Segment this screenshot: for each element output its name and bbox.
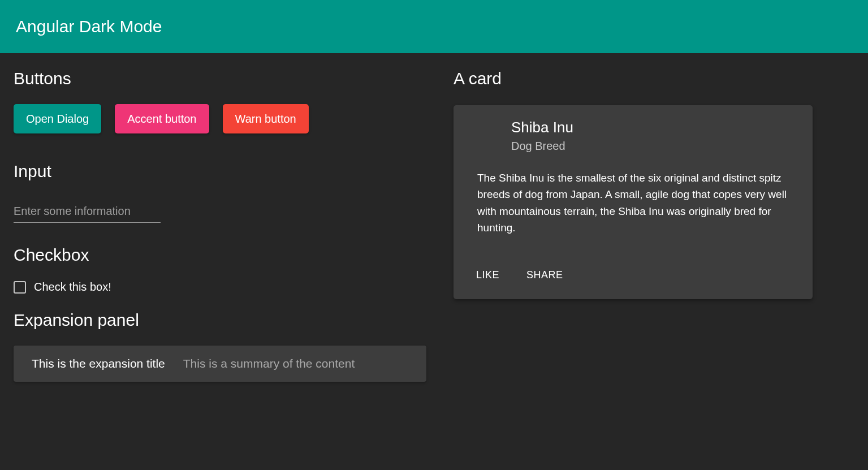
app-title: Angular Dark Mode [16, 17, 162, 36]
card-heading: A card [454, 69, 854, 88]
card-title: Shiba Inu [511, 119, 573, 136]
share-button[interactable]: SHARE [524, 265, 565, 286]
main-content: Buttons Open Dialog Accent button Warn b… [0, 53, 868, 392]
input-field-wrapper [14, 201, 161, 223]
expansion-heading: Expansion panel [14, 311, 426, 330]
right-column: A card Shiba Inu Dog Breed The Shiba Inu… [454, 63, 854, 382]
left-column: Buttons Open Dialog Accent button Warn b… [14, 63, 426, 382]
info-input[interactable] [14, 201, 161, 223]
checkbox[interactable]: Check this box! [14, 281, 426, 294]
button-row: Open Dialog Accent button Warn button [14, 104, 426, 133]
expansion-summary: This is a summary of the content [183, 357, 355, 370]
card-header-text: Shiba Inu Dog Breed [511, 119, 573, 153]
like-button[interactable]: LIKE [474, 265, 502, 286]
warn-button[interactable]: Warn button [223, 104, 309, 133]
expansion-panel[interactable]: This is the expansion title This is a su… [14, 346, 426, 382]
card-content: The Shiba Inu is the smallest of the six… [454, 164, 813, 253]
checkbox-heading: Checkbox [14, 245, 426, 265]
card-actions: LIKE SHARE [454, 253, 813, 292]
checkbox-box-icon [14, 281, 26, 294]
buttons-heading: Buttons [14, 69, 426, 88]
accent-button[interactable]: Accent button [115, 104, 209, 133]
expansion-title: This is the expansion title [32, 357, 165, 370]
checkbox-label: Check this box! [34, 281, 111, 294]
card-subtitle: Dog Breed [511, 140, 573, 153]
shiba-card: Shiba Inu Dog Breed The Shiba Inu is the… [454, 105, 813, 299]
input-heading: Input [14, 162, 426, 181]
card-header: Shiba Inu Dog Breed [454, 119, 813, 164]
open-dialog-button[interactable]: Open Dialog [14, 104, 101, 133]
app-toolbar: Angular Dark Mode [0, 0, 868, 53]
